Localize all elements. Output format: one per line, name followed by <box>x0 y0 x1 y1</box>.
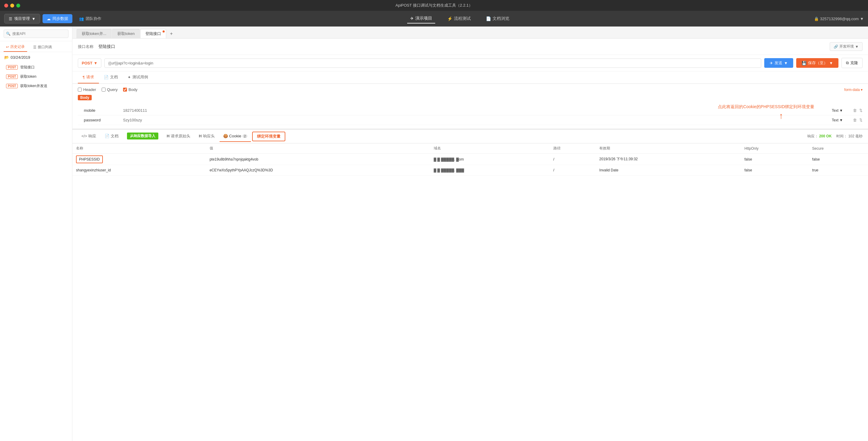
api-item-gettoken-send[interactable]: POST 获取token并发送 <box>0 81 72 91</box>
col-secure: Secure <box>809 143 868 154</box>
team-collaboration-button[interactable]: 👥 团队协作 <box>75 14 105 23</box>
api-item-login[interactable]: POST 登陆接口 <box>0 63 72 72</box>
cookie-row-userid: shangyexinzhiuser_id eCEYwXs5pythPYpAAQJ… <box>72 165 868 176</box>
time-label: 时间： 102 毫秒 <box>836 134 863 139</box>
method-dropdown-icon: ▼ <box>93 61 97 65</box>
interface-name-label: 接口名称 <box>78 44 93 49</box>
search-icon: 🔍 <box>6 32 10 36</box>
request-icon: ¶ <box>83 75 85 79</box>
userid-path-cell: / <box>550 165 596 176</box>
body-row-password: password Szy100szy Text ▼ 🗑 ⇅ <box>78 115 863 125</box>
clone-button[interactable]: ⧉ 克隆 <box>841 58 863 68</box>
send-button[interactable]: ✈ 发送 ▼ <box>764 58 793 68</box>
header-checkbox[interactable] <box>78 88 82 92</box>
save-button[interactable]: 💾 保存（至） ▼ <box>796 58 838 68</box>
field-type-mobile[interactable]: Text ▼ <box>832 108 850 113</box>
response-section: </> 响应 📄 文档 从响应数据导入 H 请求原始头 <box>72 129 868 176</box>
import-badge: 从响应数据导入 <box>127 133 158 139</box>
col-path: 路径 <box>550 143 596 154</box>
form-data-selector[interactable]: form-data ▾ <box>844 88 863 92</box>
window-controls <box>4 4 20 7</box>
search-input[interactable] <box>4 30 68 38</box>
bind-env-button[interactable]: 绑定环境变量 <box>252 132 285 141</box>
response-tab-resp-header[interactable]: H 响应头 <box>195 130 218 142</box>
user-account[interactable]: 🔒 3257132998@qq.com ▼ <box>814 16 864 21</box>
cookie-table: 名称 值 域名 路径 有效期 HttpOnly Secure PHPSES <box>72 143 868 176</box>
team-icon: 👥 <box>79 16 84 21</box>
project-management-button[interactable]: ☰ 项目管理 ▼ <box>4 14 40 24</box>
close-button[interactable] <box>4 4 8 7</box>
response-tab-doc[interactable]: 📄 文档 <box>101 130 122 142</box>
nav-demo-project[interactable]: ✈ 演示项目 <box>407 14 435 24</box>
url-input[interactable] <box>104 59 761 68</box>
doc-resp-icon: 📄 <box>105 134 110 138</box>
delete-icon[interactable]: 🗑 <box>853 118 857 122</box>
body-checkbox[interactable] <box>123 88 127 92</box>
params-checkboxes: Header Query Body form-data ▾ <box>78 87 863 92</box>
chevron-down-icon: ▼ <box>855 44 859 49</box>
query-checkbox-label[interactable]: Query <box>102 87 118 92</box>
phpsessid-value-cell: pte19u8b9hha7npnjqaktg4vob <box>206 154 430 165</box>
history-icon: ↩ <box>6 45 9 49</box>
phpsessid-name: PHPSESSID <box>76 156 103 163</box>
phpsessid-domain-cell: ▓ ▓ ▓▓▓▓▓. ▓om <box>430 154 550 165</box>
header-checkbox-label[interactable]: Header <box>78 87 96 92</box>
tab-history[interactable]: ↩ 历史记录 <box>4 43 27 52</box>
tab-login[interactable]: 登陆接口 <box>140 29 166 38</box>
tab-api-list[interactable]: ☰ 接口列表 <box>31 43 55 52</box>
link-icon: 🔗 <box>834 44 838 49</box>
sidebar: 🔍 ↩ 历史记录 ☰ 接口列表 📂 03/24/2019 POST 登陆接口 <box>0 27 72 441</box>
api-editor: 接口名称 登陆接口 🔗 开发环境 ▼ POST ▼ ✈ 发送 ▼ <box>72 39 868 441</box>
type-dropdown-icon: ▼ <box>839 118 843 122</box>
top-toolbar: ☰ 项目管理 ▼ ☁ 同步数据 👥 团队协作 ✈ 演示项目 ⚡ 流程测试 📄 文… <box>0 11 868 27</box>
tabs-row: 获取token并... 获取token 登陆接口 + <box>72 27 868 39</box>
tab-gettoken-send[interactable]: 获取token并... <box>76 29 112 38</box>
method-select[interactable]: POST ▼ <box>78 59 101 68</box>
search-area: 🔍 <box>0 27 72 41</box>
user-icon: 🔒 <box>814 16 819 21</box>
minimize-button[interactable] <box>10 4 14 7</box>
phpsessid-secure-cell: false <box>809 154 868 165</box>
method-badge-post: POST <box>6 84 18 88</box>
h-icon: H <box>167 134 169 138</box>
api-list: POST 登陆接口 POST 获取token POST 获取token并发送 <box>0 62 72 92</box>
app-title: ApiPOST 接口调试与文档生成工具（2.2.1） <box>395 3 472 8</box>
sort-icon[interactable]: ⇅ <box>859 118 863 122</box>
field-type-password[interactable]: Text ▼ <box>832 118 850 122</box>
maximize-button[interactable] <box>16 4 20 7</box>
sync-data-button[interactable]: ☁ 同步数据 <box>42 14 72 23</box>
clone-icon: ⧉ <box>846 61 849 65</box>
subtab-testcase[interactable]: ✦ 测试用例 <box>123 71 153 83</box>
delete-icon[interactable]: 🗑 <box>853 108 857 113</box>
userid-domain-cell: ▓ ▓ ▓▓▓▓▓. ▓▓▓ <box>430 165 550 176</box>
api-item-gettoken[interactable]: POST 获取token <box>0 72 72 81</box>
userid-name-cell: shangyexinzhiuser_id <box>72 165 206 176</box>
nav-flow-test[interactable]: ⚡ 流程测试 <box>444 14 474 23</box>
userid-expires-cell: Invalid Date <box>596 165 741 176</box>
subtab-doc[interactable]: 📄 文档 <box>99 71 123 83</box>
send-icon: ✈ <box>410 16 414 21</box>
env-selector-button[interactable]: 🔗 开发环境 ▼ <box>830 42 863 51</box>
response-tab-raw-header[interactable]: H 请求原始头 <box>163 130 194 142</box>
doc-sub-icon: 📄 <box>104 75 108 79</box>
body-checkbox-label[interactable]: Body <box>123 87 137 92</box>
response-tab-response[interactable]: </> 响应 <box>78 130 100 142</box>
subtab-request[interactable]: ¶ 请求 <box>78 71 99 83</box>
tab-gettoken[interactable]: 获取token <box>112 29 140 38</box>
response-tab-cookie[interactable]: 🍪 Cookie 2 <box>220 131 251 142</box>
type-dropdown-icon: ▼ <box>839 108 843 113</box>
send-dropdown-icon: ▼ <box>784 61 788 65</box>
method-badge-post: POST <box>6 65 18 70</box>
interface-name-row: 接口名称 登陆接口 🔗 开发环境 ▼ <box>72 39 868 55</box>
query-checkbox[interactable] <box>102 88 105 92</box>
annotation-arrow-icon: ↑ <box>779 111 783 121</box>
phpsessid-httponly-cell: false <box>741 154 809 165</box>
tab-unsaved-dot <box>162 30 165 33</box>
cookie-row-phpsessid: PHPSESSID pte19u8b9hha7npnjqaktg4vob ▓ ▓… <box>72 154 868 165</box>
response-tab-import[interactable]: 从响应数据导入 <box>123 130 162 143</box>
nav-doc-browse[interactable]: 📄 文档浏览 <box>483 14 513 23</box>
add-tab-button[interactable]: + <box>167 29 176 38</box>
sort-icon[interactable]: ⇅ <box>859 108 863 113</box>
status-code: 200 OK <box>819 134 832 138</box>
sidebar-tabs: ↩ 历史记录 ☰ 接口列表 <box>0 41 72 52</box>
